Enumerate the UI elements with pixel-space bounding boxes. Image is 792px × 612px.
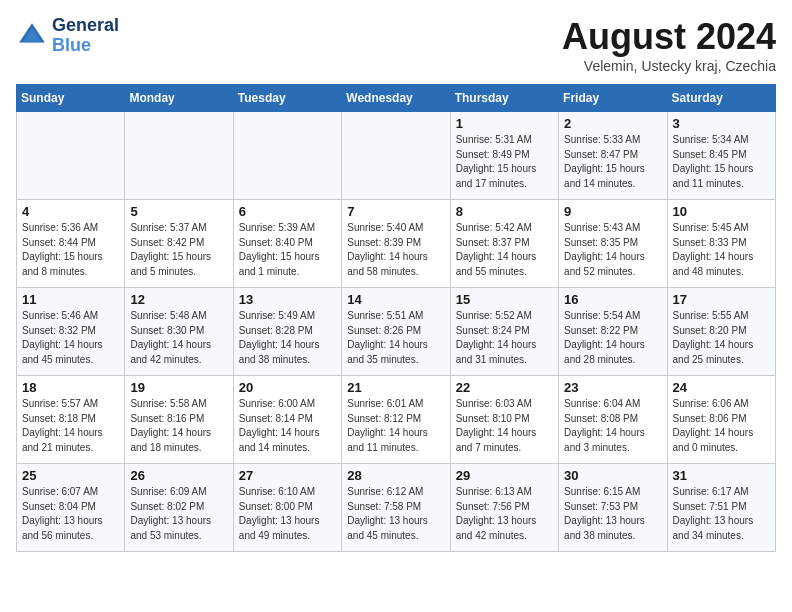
calendar-cell: 19Sunrise: 5:58 AMSunset: 8:16 PMDayligh… bbox=[125, 376, 233, 464]
day-number: 15 bbox=[456, 292, 553, 307]
calendar-cell: 27Sunrise: 6:10 AMSunset: 8:00 PMDayligh… bbox=[233, 464, 341, 552]
calendar-table: SundayMondayTuesdayWednesdayThursdayFrid… bbox=[16, 84, 776, 552]
weekday-header: Friday bbox=[559, 85, 667, 112]
day-info: Sunrise: 5:54 AMSunset: 8:22 PMDaylight:… bbox=[564, 309, 661, 367]
day-info: Sunrise: 5:42 AMSunset: 8:37 PMDaylight:… bbox=[456, 221, 553, 279]
day-info: Sunrise: 6:04 AMSunset: 8:08 PMDaylight:… bbox=[564, 397, 661, 455]
calendar-cell: 16Sunrise: 5:54 AMSunset: 8:22 PMDayligh… bbox=[559, 288, 667, 376]
day-info: Sunrise: 6:03 AMSunset: 8:10 PMDaylight:… bbox=[456, 397, 553, 455]
day-info: Sunrise: 5:49 AMSunset: 8:28 PMDaylight:… bbox=[239, 309, 336, 367]
calendar-cell: 30Sunrise: 6:15 AMSunset: 7:53 PMDayligh… bbox=[559, 464, 667, 552]
day-number: 4 bbox=[22, 204, 119, 219]
day-number: 26 bbox=[130, 468, 227, 483]
calendar-week-row: 18Sunrise: 5:57 AMSunset: 8:18 PMDayligh… bbox=[17, 376, 776, 464]
day-info: Sunrise: 6:10 AMSunset: 8:00 PMDaylight:… bbox=[239, 485, 336, 543]
day-info: Sunrise: 5:45 AMSunset: 8:33 PMDaylight:… bbox=[673, 221, 770, 279]
day-number: 10 bbox=[673, 204, 770, 219]
day-number: 30 bbox=[564, 468, 661, 483]
day-info: Sunrise: 5:37 AMSunset: 8:42 PMDaylight:… bbox=[130, 221, 227, 279]
day-number: 31 bbox=[673, 468, 770, 483]
day-info: Sunrise: 6:12 AMSunset: 7:58 PMDaylight:… bbox=[347, 485, 444, 543]
calendar-cell: 8Sunrise: 5:42 AMSunset: 8:37 PMDaylight… bbox=[450, 200, 558, 288]
location: Velemin, Ustecky kraj, Czechia bbox=[562, 58, 776, 74]
calendar-cell bbox=[125, 112, 233, 200]
day-number: 13 bbox=[239, 292, 336, 307]
day-number: 17 bbox=[673, 292, 770, 307]
day-number: 22 bbox=[456, 380, 553, 395]
calendar-cell: 3Sunrise: 5:34 AMSunset: 8:45 PMDaylight… bbox=[667, 112, 775, 200]
day-info: Sunrise: 5:52 AMSunset: 8:24 PMDaylight:… bbox=[456, 309, 553, 367]
day-info: Sunrise: 5:51 AMSunset: 8:26 PMDaylight:… bbox=[347, 309, 444, 367]
day-number: 2 bbox=[564, 116, 661, 131]
calendar-cell: 25Sunrise: 6:07 AMSunset: 8:04 PMDayligh… bbox=[17, 464, 125, 552]
day-info: Sunrise: 5:31 AMSunset: 8:49 PMDaylight:… bbox=[456, 133, 553, 191]
day-number: 8 bbox=[456, 204, 553, 219]
day-info: Sunrise: 5:39 AMSunset: 8:40 PMDaylight:… bbox=[239, 221, 336, 279]
day-number: 20 bbox=[239, 380, 336, 395]
day-number: 11 bbox=[22, 292, 119, 307]
calendar-week-row: 4Sunrise: 5:36 AMSunset: 8:44 PMDaylight… bbox=[17, 200, 776, 288]
day-info: Sunrise: 6:06 AMSunset: 8:06 PMDaylight:… bbox=[673, 397, 770, 455]
calendar-cell: 17Sunrise: 5:55 AMSunset: 8:20 PMDayligh… bbox=[667, 288, 775, 376]
weekday-header: Tuesday bbox=[233, 85, 341, 112]
calendar-cell: 20Sunrise: 6:00 AMSunset: 8:14 PMDayligh… bbox=[233, 376, 341, 464]
day-info: Sunrise: 6:13 AMSunset: 7:56 PMDaylight:… bbox=[456, 485, 553, 543]
day-number: 9 bbox=[564, 204, 661, 219]
day-info: Sunrise: 5:58 AMSunset: 8:16 PMDaylight:… bbox=[130, 397, 227, 455]
calendar-cell: 2Sunrise: 5:33 AMSunset: 8:47 PMDaylight… bbox=[559, 112, 667, 200]
calendar-week-row: 1Sunrise: 5:31 AMSunset: 8:49 PMDaylight… bbox=[17, 112, 776, 200]
calendar-cell bbox=[17, 112, 125, 200]
calendar-week-row: 25Sunrise: 6:07 AMSunset: 8:04 PMDayligh… bbox=[17, 464, 776, 552]
day-number: 24 bbox=[673, 380, 770, 395]
day-info: Sunrise: 5:34 AMSunset: 8:45 PMDaylight:… bbox=[673, 133, 770, 191]
page-header: General Blue August 2024 Velemin, Usteck… bbox=[16, 16, 776, 74]
logo-text: General Blue bbox=[52, 16, 119, 56]
weekday-header: Wednesday bbox=[342, 85, 450, 112]
calendar-cell: 18Sunrise: 5:57 AMSunset: 8:18 PMDayligh… bbox=[17, 376, 125, 464]
day-number: 12 bbox=[130, 292, 227, 307]
title-area: August 2024 Velemin, Ustecky kraj, Czech… bbox=[562, 16, 776, 74]
calendar-cell: 14Sunrise: 5:51 AMSunset: 8:26 PMDayligh… bbox=[342, 288, 450, 376]
calendar-cell: 21Sunrise: 6:01 AMSunset: 8:12 PMDayligh… bbox=[342, 376, 450, 464]
day-info: Sunrise: 5:48 AMSunset: 8:30 PMDaylight:… bbox=[130, 309, 227, 367]
calendar-cell bbox=[233, 112, 341, 200]
day-number: 3 bbox=[673, 116, 770, 131]
day-info: Sunrise: 6:17 AMSunset: 7:51 PMDaylight:… bbox=[673, 485, 770, 543]
day-info: Sunrise: 6:00 AMSunset: 8:14 PMDaylight:… bbox=[239, 397, 336, 455]
day-info: Sunrise: 5:40 AMSunset: 8:39 PMDaylight:… bbox=[347, 221, 444, 279]
day-number: 6 bbox=[239, 204, 336, 219]
day-number: 7 bbox=[347, 204, 444, 219]
weekday-header: Monday bbox=[125, 85, 233, 112]
day-number: 25 bbox=[22, 468, 119, 483]
calendar-cell: 28Sunrise: 6:12 AMSunset: 7:58 PMDayligh… bbox=[342, 464, 450, 552]
day-number: 18 bbox=[22, 380, 119, 395]
calendar-header-row: SundayMondayTuesdayWednesdayThursdayFrid… bbox=[17, 85, 776, 112]
day-number: 29 bbox=[456, 468, 553, 483]
calendar-cell: 4Sunrise: 5:36 AMSunset: 8:44 PMDaylight… bbox=[17, 200, 125, 288]
day-number: 16 bbox=[564, 292, 661, 307]
calendar-cell: 11Sunrise: 5:46 AMSunset: 8:32 PMDayligh… bbox=[17, 288, 125, 376]
calendar-cell: 24Sunrise: 6:06 AMSunset: 8:06 PMDayligh… bbox=[667, 376, 775, 464]
day-info: Sunrise: 5:55 AMSunset: 8:20 PMDaylight:… bbox=[673, 309, 770, 367]
calendar-cell: 5Sunrise: 5:37 AMSunset: 8:42 PMDaylight… bbox=[125, 200, 233, 288]
logo: General Blue bbox=[16, 16, 119, 56]
day-number: 19 bbox=[130, 380, 227, 395]
day-number: 5 bbox=[130, 204, 227, 219]
calendar-week-row: 11Sunrise: 5:46 AMSunset: 8:32 PMDayligh… bbox=[17, 288, 776, 376]
day-number: 14 bbox=[347, 292, 444, 307]
weekday-header: Saturday bbox=[667, 85, 775, 112]
calendar-cell: 31Sunrise: 6:17 AMSunset: 7:51 PMDayligh… bbox=[667, 464, 775, 552]
logo-icon bbox=[16, 20, 48, 52]
calendar-cell: 6Sunrise: 5:39 AMSunset: 8:40 PMDaylight… bbox=[233, 200, 341, 288]
calendar-cell: 22Sunrise: 6:03 AMSunset: 8:10 PMDayligh… bbox=[450, 376, 558, 464]
day-number: 1 bbox=[456, 116, 553, 131]
calendar-cell: 9Sunrise: 5:43 AMSunset: 8:35 PMDaylight… bbox=[559, 200, 667, 288]
calendar-cell: 26Sunrise: 6:09 AMSunset: 8:02 PMDayligh… bbox=[125, 464, 233, 552]
day-info: Sunrise: 5:33 AMSunset: 8:47 PMDaylight:… bbox=[564, 133, 661, 191]
day-info: Sunrise: 6:15 AMSunset: 7:53 PMDaylight:… bbox=[564, 485, 661, 543]
day-number: 28 bbox=[347, 468, 444, 483]
weekday-header: Thursday bbox=[450, 85, 558, 112]
day-info: Sunrise: 5:57 AMSunset: 8:18 PMDaylight:… bbox=[22, 397, 119, 455]
day-number: 23 bbox=[564, 380, 661, 395]
calendar-cell: 13Sunrise: 5:49 AMSunset: 8:28 PMDayligh… bbox=[233, 288, 341, 376]
